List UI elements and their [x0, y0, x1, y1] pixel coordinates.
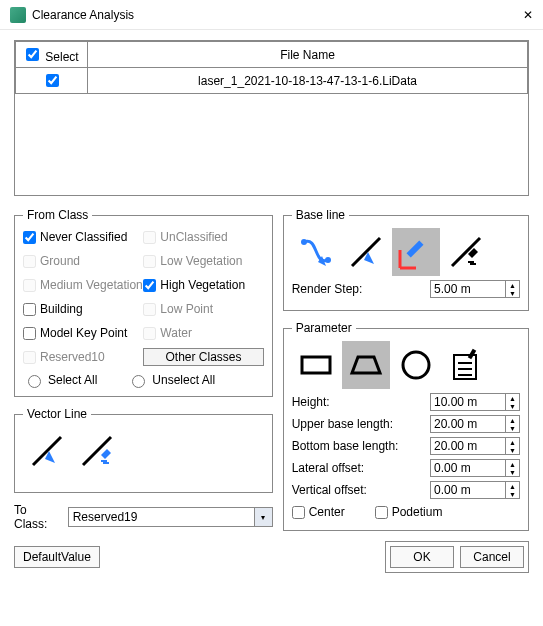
spin-down-icon[interactable]: ▼ [506, 289, 519, 297]
baseline-pointer-icon[interactable] [342, 228, 390, 276]
from-class-label: Model Key Point [40, 326, 127, 340]
from-class-label: Water [160, 326, 192, 340]
upper-base-label: Upper base length: [292, 417, 430, 431]
from-class-checkbox [143, 303, 156, 316]
from-class-item: Ground [23, 252, 143, 270]
from-class-checkbox[interactable] [23, 231, 36, 244]
to-class-value: Reserved19 [69, 508, 254, 526]
svg-rect-16 [302, 357, 330, 373]
from-class-group: From Class Never Classified UnClassified… [14, 208, 273, 397]
svg-line-0 [33, 437, 61, 465]
from-class-item: Low Vegetation [143, 252, 263, 270]
from-class-checkbox [23, 255, 36, 268]
parameter-legend: Parameter [292, 321, 356, 335]
file-table-header: Select File Name [16, 42, 528, 68]
from-class-checkbox [23, 279, 36, 292]
table-row: laser_1_2021-10-18-13-47-13-1-6.LiData [16, 68, 528, 94]
unselect-all-radio[interactable]: Unselect All [127, 372, 215, 388]
select-column-header: Select [45, 50, 78, 64]
title-bar: Clearance Analysis ✕ [0, 0, 543, 30]
vector-line-legend: Vector Line [23, 407, 91, 421]
base-line-group: Base line Render Step: [283, 208, 529, 311]
file-row-checkbox[interactable] [46, 74, 59, 87]
app-icon [10, 7, 26, 23]
vector-brush-icon[interactable] [73, 427, 121, 475]
base-line-legend: Base line [292, 208, 349, 222]
from-class-label: Building [40, 302, 83, 316]
svg-marker-17 [352, 357, 380, 373]
upper-base-spinner[interactable]: 20.00 m▲▼ [430, 415, 520, 433]
from-class-item[interactable]: Building [23, 300, 143, 318]
to-class-label: To Class: [14, 503, 62, 531]
from-class-item[interactable]: Never Classified [23, 228, 143, 246]
from-class-checkbox[interactable] [23, 327, 36, 340]
from-class-label: Low Vegetation [160, 254, 242, 268]
lateral-offset-spinner[interactable]: 0.00 m▲▼ [430, 459, 520, 477]
chevron-down-icon[interactable]: ▾ [254, 508, 272, 526]
to-class-combo[interactable]: Reserved19 ▾ [68, 507, 273, 527]
svg-line-8 [352, 238, 380, 266]
from-class-checkbox [143, 255, 156, 268]
render-step-label: Render Step: [292, 282, 430, 296]
from-class-checkbox [143, 231, 156, 244]
select-all-radio[interactable]: Select All [23, 372, 97, 388]
shape-rectangle-icon[interactable] [292, 341, 340, 389]
from-class-item: Medium Vegetation [23, 276, 143, 294]
height-label: Height: [292, 395, 430, 409]
window-title: Clearance Analysis [32, 8, 523, 22]
from-class-label: Medium Vegetation [40, 278, 143, 292]
from-class-label: UnClassified [160, 230, 227, 244]
file-list-frame: Select File Name laser_1_2021-10-18-13-4… [14, 40, 529, 196]
vector-select-icon[interactable] [23, 427, 71, 475]
vertical-offset-spinner[interactable]: 0.00 m▲▼ [430, 481, 520, 499]
shape-custom-icon[interactable] [442, 341, 490, 389]
vector-line-group: Vector Line [14, 407, 273, 493]
from-class-checkbox[interactable] [143, 279, 156, 292]
from-class-checkbox [23, 351, 36, 364]
from-class-item[interactable]: Model Key Point [23, 324, 143, 342]
parameter-group: Parameter Height:10.00 m▲▼ Upper base le… [283, 321, 529, 531]
cancel-button[interactable]: Cancel [460, 546, 524, 568]
filename-column-header: File Name [88, 42, 528, 68]
height-spinner[interactable]: 10.00 m▲▼ [430, 393, 520, 411]
render-step-spinner[interactable]: 5.00 m ▲▼ [430, 280, 520, 298]
close-icon[interactable]: ✕ [523, 8, 533, 22]
vertical-offset-label: Vertical offset: [292, 483, 430, 497]
center-checkbox[interactable]: Center [292, 503, 345, 521]
bottom-base-spinner[interactable]: 20.00 m▲▼ [430, 437, 520, 455]
from-class-label: Reserved10 [40, 350, 105, 364]
select-all-files-checkbox[interactable] [26, 48, 39, 61]
from-class-item: Reserved10 [23, 348, 143, 366]
bottom-base-label: Bottom base length: [292, 439, 430, 453]
from-class-item: Water [143, 324, 263, 342]
from-class-label: Ground [40, 254, 80, 268]
baseline-brush-icon[interactable] [442, 228, 490, 276]
shape-circle-icon[interactable] [392, 341, 440, 389]
from-class-legend: From Class [23, 208, 92, 222]
from-class-label: Never Classified [40, 230, 127, 244]
svg-point-18 [403, 352, 429, 378]
svg-rect-12 [406, 241, 423, 258]
default-value-button[interactable]: DefaultValue [14, 546, 100, 568]
lateral-offset-label: Lateral offset: [292, 461, 430, 475]
from-class-label: High Vegetation [160, 278, 245, 292]
from-class-item[interactable]: High Vegetation [143, 276, 263, 294]
spin-up-icon[interactable]: ▲ [506, 281, 519, 289]
podetium-checkbox[interactable]: Podetium [375, 503, 443, 521]
from-class-label: Low Point [160, 302, 213, 316]
shape-trapezoid-icon[interactable] [342, 341, 390, 389]
from-class-item: UnClassified [143, 228, 263, 246]
ok-button[interactable]: OK [390, 546, 454, 568]
baseline-edit-icon[interactable] [392, 228, 440, 276]
baseline-route-icon[interactable] [292, 228, 340, 276]
from-class-checkbox [143, 327, 156, 340]
file-row-name: laser_1_2021-10-18-13-47-13-1-6.LiData [88, 68, 528, 94]
from-class-item: Low Point [143, 300, 263, 318]
other-classes-button[interactable]: Other Classes [143, 348, 263, 366]
from-class-checkbox[interactable] [23, 303, 36, 316]
